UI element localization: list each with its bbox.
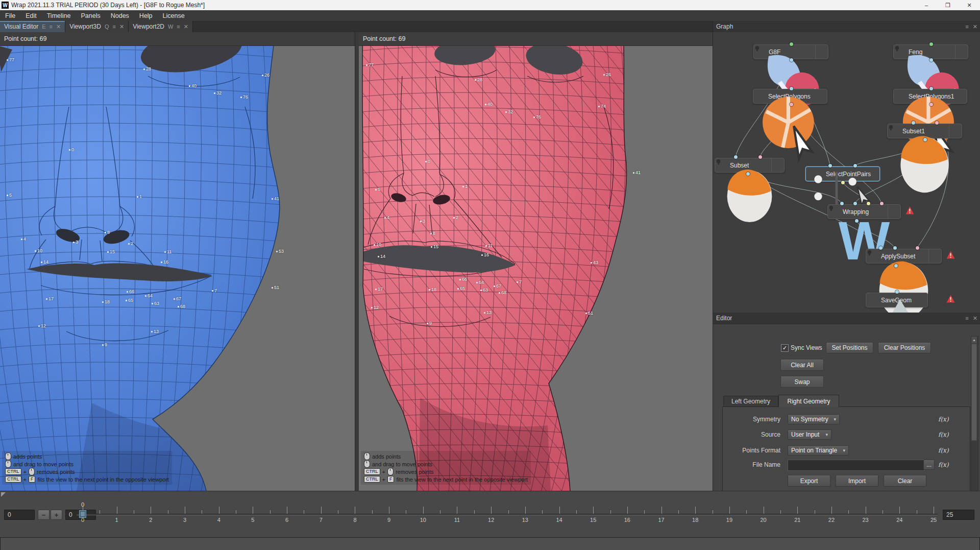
point-marker-43[interactable]: 43 (591, 260, 598, 265)
browse-button[interactable]: ... (923, 460, 935, 470)
symmetry-dropdown[interactable]: No Symmetry ▾ (788, 414, 840, 424)
point-marker-32[interactable]: 32 (505, 110, 513, 114)
point-marker-8[interactable]: 8 (430, 231, 435, 236)
node-port-blue[interactable] (912, 121, 915, 125)
set-positions-button[interactable]: Set Positions (826, 342, 873, 353)
point-marker-1[interactable]: 1 (462, 184, 468, 189)
point-marker-63[interactable]: 63 (152, 301, 159, 306)
graph-node-subset1[interactable]: Subset1 (887, 124, 962, 138)
point-marker-7[interactable]: 7 (212, 289, 217, 293)
node-port-pink[interactable] (935, 121, 939, 125)
point-marker-11[interactable]: 11 (164, 250, 172, 254)
point-marker-63[interactable]: 63 (480, 288, 488, 293)
point-marker-68[interactable]: 68 (178, 304, 185, 309)
point-marker-17[interactable]: 17 (375, 287, 383, 292)
point-marker-10[interactable]: 10 (374, 243, 381, 247)
node-port-blue[interactable] (853, 202, 857, 205)
point-marker-28[interactable]: 28 (143, 67, 151, 71)
graph-node-selectpolygons1[interactable]: SelectPolygons1 (893, 89, 967, 104)
point-marker-16[interactable]: 16 (161, 260, 168, 265)
point-marker-77[interactable]: 77 (366, 63, 374, 67)
point-marker-12[interactable]: 12 (38, 324, 46, 328)
point-marker-18[interactable]: 18 (429, 288, 436, 292)
node-port-blue[interactable] (895, 290, 899, 294)
editor-scrollbar[interactable]: ▲ ▼ (971, 336, 978, 503)
node-port-green[interactable] (790, 42, 793, 46)
point-marker-67[interactable]: 67 (494, 284, 501, 289)
node-port-blue[interactable] (894, 264, 898, 268)
source-fx-icon[interactable]: f(x) (938, 431, 953, 438)
tab-close-icon[interactable]: ✕ (184, 23, 188, 30)
point-marker-51[interactable]: 51 (272, 285, 279, 290)
node-port-blue[interactable] (855, 219, 859, 223)
restore-button[interactable]: ❐ (937, 0, 959, 10)
node-port-blue[interactable] (893, 246, 897, 250)
point-marker-11[interactable]: 11 (485, 244, 493, 248)
range-start-input[interactable]: 0 (4, 510, 35, 520)
node-port-blue[interactable] (923, 138, 927, 141)
point-marker-9[interactable]: 9 (102, 343, 107, 347)
import-button[interactable]: Import (836, 475, 878, 487)
point-marker-16[interactable]: 16 (481, 253, 489, 257)
point-marker-13[interactable]: 13 (484, 310, 492, 315)
menu-item-timeline[interactable]: Timeline (42, 10, 76, 21)
menu-item-panels[interactable]: Panels (76, 10, 105, 21)
tab-close-icon[interactable]: ✕ (119, 23, 124, 30)
point-marker-15[interactable]: 15 (107, 250, 115, 254)
node-port-blue[interactable] (929, 87, 933, 90)
point-marker-18[interactable]: 18 (102, 300, 110, 304)
point-marker-74[interactable]: 74 (598, 104, 606, 109)
clear-positions-button[interactable]: Clear Positions (878, 342, 931, 353)
menu-item-help[interactable]: Help (134, 10, 158, 21)
point-marker-5[interactable]: 5 (7, 193, 12, 198)
point-marker-41[interactable]: 41 (272, 197, 279, 201)
points-format-dropdown[interactable]: Point on Triangle ▾ (788, 445, 849, 456)
symmetry-fx-icon[interactable]: f(x) (938, 416, 953, 423)
point-marker-40[interactable]: 40 (189, 84, 197, 88)
point-marker-5[interactable]: 5 (375, 187, 380, 192)
graph-node-wrapping[interactable]: WWrapping (827, 204, 901, 219)
node-port-pink[interactable] (790, 103, 793, 106)
point-marker-32[interactable]: 32 (214, 91, 222, 95)
point-marker-10[interactable]: 10 (35, 249, 42, 253)
point-marker-76[interactable]: 76 (533, 115, 541, 119)
tab-menu-icon[interactable]: ≡ (177, 23, 180, 30)
point-marker-26[interactable]: 26 (262, 73, 270, 78)
point-marker-2[interactable]: 2 (128, 242, 133, 246)
tab-menu-icon[interactable]: ≡ (113, 23, 116, 30)
point-marker-13[interactable]: 13 (151, 329, 159, 334)
node-graph-canvas[interactable]: G8FFengSelectPolygonsSelectPolygons1Subs… (713, 32, 980, 313)
editor-menu-icon[interactable]: ≡ (965, 315, 968, 322)
point-marker-68[interactable]: 68 (499, 291, 506, 295)
point-marker-15[interactable]: 15 (431, 245, 438, 249)
tab-visual-editor[interactable]: Visual EditorE≡✕ (0, 21, 65, 32)
node-port-yellow[interactable] (841, 181, 845, 184)
export-button[interactable]: Export (788, 475, 830, 487)
point-marker-14[interactable]: 14 (378, 254, 385, 259)
point-marker-64[interactable]: 64 (145, 294, 153, 298)
tab-close-icon[interactable]: ✕ (56, 23, 61, 30)
node-port-pink[interactable] (880, 202, 884, 205)
node-port-yellow[interactable] (867, 202, 870, 205)
node-port-blue[interactable] (879, 246, 883, 250)
clear-all-button[interactable]: Clear All (780, 359, 824, 371)
title-bar[interactable]: W Wrap 2021.11.3 TRIAL PERIOD (30 Days L… (0, 0, 980, 10)
point-marker-28[interactable]: 28 (475, 78, 482, 82)
point-marker-40[interactable]: 40 (485, 102, 493, 107)
menu-item-license[interactable]: License (158, 10, 190, 21)
node-port-blue[interactable] (790, 87, 793, 90)
menu-item-nodes[interactable]: Nodes (106, 10, 134, 21)
node-port-blue[interactable] (840, 202, 844, 205)
timeline-resize-grip[interactable] (1, 492, 6, 497)
editor-close-icon[interactable]: ✕ (973, 315, 977, 322)
viewport-left-canvas[interactable]: 7728403226760514143253518101514111617186… (0, 45, 355, 491)
menu-item-file[interactable]: File (0, 10, 20, 21)
tab-right-geometry[interactable]: Right Geometry (778, 395, 839, 407)
node-port-pink[interactable] (916, 246, 919, 250)
sync-views-checkbox[interactable]: ✓ (781, 344, 789, 352)
node-port-green[interactable] (929, 42, 933, 46)
range-end-input[interactable]: 25 (943, 510, 974, 520)
graph-close-icon[interactable]: ✕ (973, 23, 977, 30)
playhead-handle[interactable] (79, 510, 86, 518)
file-name-input[interactable] (788, 460, 924, 471)
